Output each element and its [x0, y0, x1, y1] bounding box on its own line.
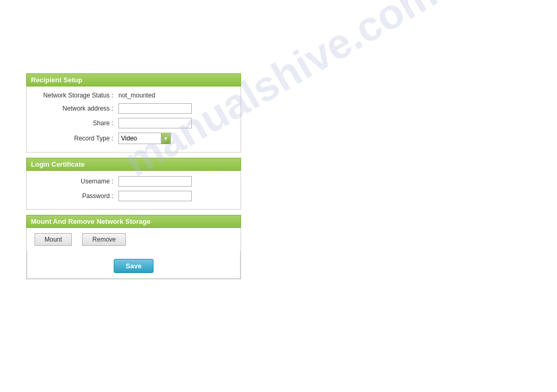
share-input[interactable]: [118, 118, 192, 128]
network-storage-status-row: Network Storage Status : not_mounted: [35, 92, 233, 99]
share-row: Share :: [35, 118, 233, 128]
record-type-select[interactable]: Video Snapshot: [119, 134, 161, 143]
save-button[interactable]: Save: [114, 259, 154, 273]
main-container: Recipient Setup Network Storage Status :…: [26, 73, 241, 279]
username-input[interactable]: [118, 176, 192, 187]
login-certificate-section: Login Certificate Username : Password :: [26, 158, 241, 210]
record-type-select-wrapper[interactable]: Video Snapshot ▼: [118, 133, 171, 144]
recipient-setup-body: Network Storage Status : not_mounted Net…: [26, 86, 241, 153]
record-type-dropdown-arrow[interactable]: ▼: [161, 133, 170, 144]
network-address-input[interactable]: [118, 103, 192, 114]
password-input[interactable]: [118, 191, 192, 201]
username-row: Username :: [35, 176, 233, 187]
username-label: Username :: [35, 178, 118, 185]
mount-section: Mount And Remove Network Storage Mount R…: [26, 215, 241, 279]
share-label: Share :: [35, 119, 118, 127]
password-row: Password :: [35, 191, 233, 201]
mount-section-body: Mount Remove Save: [26, 228, 241, 279]
network-storage-status-label: Network Storage Status :: [35, 92, 118, 99]
password-label: Password :: [35, 192, 118, 200]
remove-button[interactable]: Remove: [82, 233, 126, 246]
mount-section-header: Mount And Remove Network Storage: [26, 215, 241, 228]
mount-buttons-row: Mount Remove: [27, 228, 241, 251]
login-certificate-body: Username : Password :: [26, 171, 241, 210]
network-storage-status-value: not_mounted: [118, 92, 155, 99]
record-type-label: Record Type :: [35, 135, 118, 142]
network-address-label: Network address :: [35, 105, 118, 112]
record-type-row: Record Type : Video Snapshot ▼: [35, 133, 233, 144]
recipient-setup-header: Recipient Setup: [26, 73, 241, 86]
save-row: Save: [27, 251, 241, 279]
login-certificate-header: Login Certificate: [26, 158, 241, 171]
network-address-row: Network address :: [35, 103, 233, 114]
mount-button[interactable]: Mount: [35, 233, 72, 246]
